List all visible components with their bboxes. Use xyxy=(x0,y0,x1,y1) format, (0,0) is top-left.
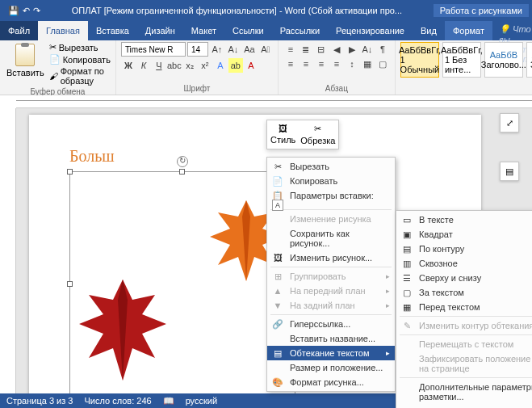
style-no-spacing[interactable]: АаБбВвГг,1 Без инте... xyxy=(442,42,481,78)
tab-mailings[interactable]: Рассылки xyxy=(272,21,328,40)
ctx-hyperlink[interactable]: 🔗Гиперссылка... xyxy=(267,317,395,331)
mini-style-button[interactable]: 🖼Стиль xyxy=(270,124,295,145)
highlight-button[interactable]: ab xyxy=(228,58,243,73)
shading-button[interactable]: ▦ xyxy=(360,57,375,71)
wrap-set-default[interactable]: Сделать макетом по умолчанию xyxy=(396,404,532,408)
resize-handle[interactable] xyxy=(179,169,185,175)
tab-review[interactable]: Рецензирование xyxy=(328,21,413,40)
tab-layout[interactable]: Макет xyxy=(183,21,224,40)
align-right-button[interactable]: ≡ xyxy=(314,57,329,71)
status-spellcheck-icon[interactable]: 📖 xyxy=(163,396,174,406)
ctx-copy[interactable]: 📄Копировать xyxy=(267,174,395,188)
italic-button[interactable]: К xyxy=(136,58,151,73)
font-color-button[interactable]: A xyxy=(244,58,258,73)
wrap-icon: ▤ xyxy=(272,347,283,359)
tab-references[interactable]: Ссылки xyxy=(224,21,272,40)
ctx-paste-option[interactable]: A xyxy=(267,203,395,208)
wrap-edit-points: ✎Изменить контур обтекания xyxy=(396,318,532,333)
wrap-top-bottom[interactable]: ☰Сверху и снизу xyxy=(396,271,532,285)
paste-label: Вставить xyxy=(6,68,44,78)
style-heading2[interactable]: АаБбВЗагол... xyxy=(526,42,532,78)
grow-font-button[interactable]: A↑ xyxy=(210,42,224,57)
paste-button[interactable]: Вставить xyxy=(5,42,46,79)
justify-button[interactable]: ≡ xyxy=(329,57,344,71)
tab-home[interactable]: Главная xyxy=(38,21,88,40)
ctx-insert-caption[interactable]: Вставить название... xyxy=(267,331,395,346)
align-left-button[interactable]: ≡ xyxy=(283,57,298,71)
layout-icon: ⤢ xyxy=(506,118,513,128)
superscript-button[interactable]: x² xyxy=(198,58,212,73)
status-page[interactable]: Страница 3 из 3 xyxy=(6,396,73,406)
change-case-button[interactable]: Aa xyxy=(242,42,257,57)
wrap-behind[interactable]: ▢За текстом xyxy=(396,285,532,300)
wrap-inline[interactable]: ▭В тексте xyxy=(396,212,532,227)
quick-access[interactable]: 💾↶↷ xyxy=(3,6,45,16)
ctx-paste-options-label: 📋Параметры вставки: xyxy=(267,188,395,203)
indent-button[interactable]: ▶ xyxy=(345,42,359,57)
wrap-square[interactable]: ▣Квадрат xyxy=(396,227,532,242)
group-styles: АаБбВвГг,1 Обычный АаБбВвГг,1 Без инте..… xyxy=(396,40,532,95)
bold-button[interactable]: Ж xyxy=(121,58,136,73)
wrap-in-front[interactable]: ▦Перед текстом xyxy=(396,300,532,314)
layout-wrap-button[interactable]: ▤ xyxy=(500,162,519,181)
ctx-wrap-text[interactable]: ▤Обтекание текстом▸ xyxy=(267,346,395,360)
ctx-size-position[interactable]: Размер и положение... xyxy=(267,360,395,375)
line-spacing-button[interactable]: ↕ xyxy=(345,57,359,71)
copy-button[interactable]: 📄Копировать xyxy=(49,54,111,65)
ctx-cut[interactable]: ✂Вырезать xyxy=(267,159,395,174)
horizontal-ruler[interactable] xyxy=(16,95,532,108)
status-language[interactable]: русский xyxy=(186,396,217,406)
mini-crop-button[interactable]: ✂Обрезка xyxy=(300,124,335,145)
ctx-format-picture[interactable]: 🎨Формат рисунка... xyxy=(267,375,395,389)
inline-icon: ▭ xyxy=(401,214,413,225)
bullets-button[interactable]: ≡ xyxy=(283,42,298,57)
group-clipboard: Вставить ✂Вырезать 📄Копировать 🖌Формат п… xyxy=(0,40,116,95)
outdent-button[interactable]: ◀ xyxy=(329,42,344,57)
underline-button[interactable]: Ч xyxy=(152,58,166,73)
through-icon: ▥ xyxy=(401,258,413,269)
cut-button[interactable]: ✂Вырезать xyxy=(49,42,111,53)
font-size-select[interactable]: 14 xyxy=(187,42,208,57)
multilevel-button[interactable]: ⊟ xyxy=(314,42,329,57)
sort-button[interactable]: A↓ xyxy=(360,42,375,57)
style-normal[interactable]: АаБбВвГг,1 Обычный xyxy=(400,42,439,78)
rotate-handle[interactable] xyxy=(177,156,188,167)
wrap-fix-position: Зафиксировать положение на странице xyxy=(396,351,532,376)
format-painter-button[interactable]: 🖌Формат по образцу xyxy=(49,66,111,86)
show-marks-button[interactable]: ¶ xyxy=(375,42,390,57)
resize-handle[interactable] xyxy=(67,169,73,175)
numbering-button[interactable]: ≣ xyxy=(299,42,313,57)
strike-button[interactable]: abc xyxy=(167,58,182,73)
tell-me-search[interactable]: 💡 Что вы хотите сделать? xyxy=(492,21,532,40)
ctx-change-picture[interactable]: 🖼Изменить рисунок... xyxy=(267,250,395,265)
tab-insert[interactable]: Вставка xyxy=(88,21,137,40)
group-paragraph: ≡ ≣ ⊟ ◀ ▶ A↓ ¶ ≡ ≡ ≡ ≡ ↕ ▦ ▢ Абзац xyxy=(279,40,396,95)
align-center-button[interactable]: ≡ xyxy=(299,57,313,71)
wrap-through[interactable]: ▥Сквозное xyxy=(396,256,532,271)
selected-picture[interactable] xyxy=(69,171,295,393)
picture-tools-label: Работа с рисунками xyxy=(434,4,529,17)
resize-handle[interactable] xyxy=(67,281,73,287)
picture-style-icon: 🖼 xyxy=(279,124,287,133)
subscript-button[interactable]: x₂ xyxy=(182,58,197,73)
font-name-select[interactable]: Times New R xyxy=(121,42,186,57)
shrink-font-button[interactable]: A↓ xyxy=(226,42,241,57)
scissors-icon: ✂ xyxy=(272,161,283,172)
tab-view[interactable]: Вид xyxy=(413,21,445,40)
tab-format[interactable]: Формат xyxy=(445,21,492,40)
borders-button[interactable]: ▢ xyxy=(375,57,390,71)
text-effects-button[interactable]: A xyxy=(213,58,228,73)
ctx-save-as-picture[interactable]: Сохранить как рисунок... xyxy=(267,226,395,250)
wrap-tight[interactable]: ▤По контуру xyxy=(396,242,532,256)
clear-format-button[interactable]: Aͯ xyxy=(258,42,273,57)
style-heading1[interactable]: АаБбВЗаголово... xyxy=(484,42,523,78)
status-word-count[interactable]: Число слов: 246 xyxy=(84,396,151,406)
tab-design[interactable]: Дизайн xyxy=(137,21,183,40)
font-group-label: Шрифт xyxy=(121,82,273,93)
layout-options-button[interactable]: ⤢ xyxy=(500,113,519,132)
title-bar: 💾↶↷ ОПЛАТ [Режим ограниченной функционал… xyxy=(0,0,532,21)
tab-file[interactable]: Файл xyxy=(0,21,38,40)
ribbon: Вставить ✂Вырезать 📄Копировать 🖌Формат п… xyxy=(0,40,532,95)
wrap-more-options[interactable]: Дополнительные параметры разметки... xyxy=(396,380,532,404)
vertical-ruler[interactable] xyxy=(0,108,16,393)
